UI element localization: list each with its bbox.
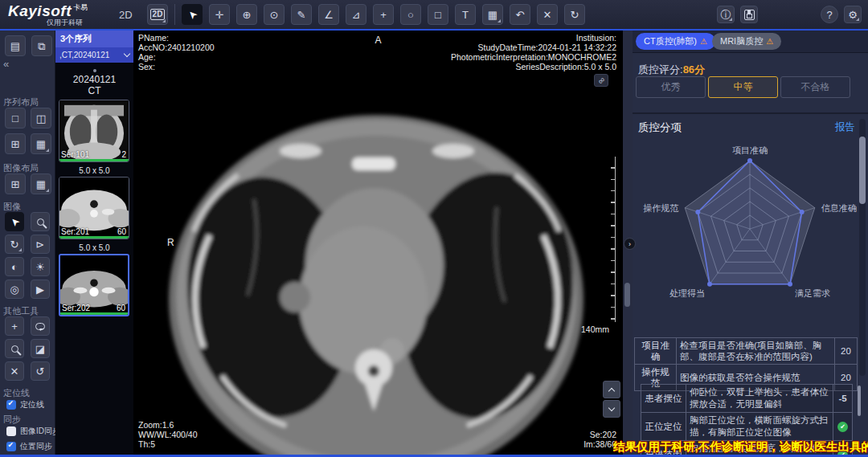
undo-button[interactable]: ↶ — [510, 4, 530, 25]
rect-roi-button[interactable]: □ — [428, 4, 448, 25]
next-slice-button[interactable] — [603, 400, 620, 418]
expand-panel-button[interactable]: › — [624, 238, 636, 250]
layout-1x1-button[interactable]: □ — [5, 108, 26, 129]
collapse-sidebar-button[interactable]: « — [3, 58, 9, 70]
comment-button[interactable] — [31, 316, 50, 336]
series-layout-tools: □◫⊞▦ — [5, 108, 51, 154]
play-button[interactable]: ▶ — [31, 280, 50, 299]
study-select-dropdown[interactable]: ,CT,20240121 — [55, 47, 133, 63]
help-button[interactable]: ? — [821, 6, 838, 23]
sync-checkbox[interactable] — [6, 442, 16, 451]
layout-2d-button[interactable]: 2D — [147, 4, 168, 25]
row-status — [833, 413, 853, 441]
brand-text: Kayisoft — [8, 2, 72, 19]
study-info-overlay: Institusion: StudyDateTime:2024-01-21 14… — [451, 33, 616, 71]
reset-icon: ↻ — [571, 10, 579, 20]
sync-row[interactable]: 位置同步 — [6, 441, 60, 452]
grade-fail-button[interactable]: 不合格 — [780, 76, 850, 98]
study-modality: CT — [55, 85, 133, 96]
ellipse-roi-button[interactable]: ○ — [400, 4, 421, 25]
sync-checkbox[interactable] — [6, 426, 16, 436]
qc-scrollbar-thumb[interactable] — [859, 137, 866, 204]
add-button[interactable]: + — [5, 316, 24, 336]
pointer-button[interactable]: ➤ — [182, 4, 203, 25]
series-thumbnail-201[interactable]: Ser:201 60 — [59, 177, 129, 239]
loupe-button[interactable] — [5, 339, 24, 358]
save-icon — [744, 10, 755, 20]
localizer-row[interactable]: 定位线 — [6, 399, 44, 410]
target-button[interactable]: ◎ — [5, 280, 24, 299]
cobb-angle-button[interactable]: ⊿ — [346, 4, 366, 25]
settings-button[interactable]: ⚙ — [844, 6, 862, 23]
layout-1x2-button[interactable]: ◫ — [31, 108, 51, 129]
rotate-flip-button[interactable]: ↻ — [5, 235, 24, 254]
info-button[interactable]: ⓘ — [717, 6, 735, 23]
tab-ct-qc[interactable]: CT质控(肺部) ⚠ — [636, 33, 715, 50]
image-layout-tools: ⊞▦ — [5, 173, 51, 194]
toolbar-separator — [174, 4, 175, 25]
table-row: 正位定位 胸部正位定位，横断面螺旋方式扫描，有胸部正位定位图像 — [641, 413, 853, 441]
other-tools-section-label: 其他工具 — [3, 305, 39, 317]
text-annotation-button[interactable]: T — [455, 4, 476, 25]
window-level-button[interactable]: ⊙ — [264, 4, 285, 25]
probe-button[interactable]: + — [373, 4, 394, 25]
comment-icon — [35, 323, 45, 330]
mode-2d-label: 2D — [119, 9, 133, 21]
save-button[interactable] — [740, 6, 758, 23]
viewer-scrollbar-thumb[interactable] — [624, 283, 630, 307]
patient-age: Age: — [138, 52, 215, 62]
invert-button[interactable]: ◐ — [5, 257, 24, 276]
invert-icon: ◐ — [11, 262, 18, 272]
link-series-button[interactable]: ∞ — [594, 74, 608, 87]
eraser-icon: ◪ — [35, 344, 45, 354]
image-layout-section-label: 图像布局 — [3, 162, 39, 174]
row-description: 胸部正位定位，横断面螺旋方式扫描，有胸部正位定位图像 — [686, 413, 833, 441]
reset-button[interactable]: ↻ — [564, 4, 585, 25]
series-thumbnail-202[interactable]: Ser:202 60 — [59, 254, 129, 316]
clipboard-panel-button[interactable]: ⧉ — [31, 35, 52, 56]
delete-button[interactable]: ✕ — [537, 4, 558, 25]
help-icon: ? — [826, 10, 832, 20]
magnify-button[interactable] — [31, 212, 50, 231]
ruler-button[interactable]: ✎ — [291, 4, 312, 25]
study-select-value: ,CT,20240121 — [59, 51, 109, 59]
img-layout-2x2-button[interactable]: ⊞ — [5, 173, 26, 194]
chevron-down-icon — [124, 51, 130, 57]
previous-slice-button[interactable] — [603, 381, 620, 398]
remove-button[interactable]: ✕ — [5, 361, 24, 381]
cine-flag-button[interactable]: ⊳ — [31, 235, 50, 254]
layout-3x3-button[interactable]: ▦ — [31, 133, 51, 154]
tab-mri-qc[interactable]: MRI脑质控 ⚠ — [712, 33, 781, 50]
study-date: 20240121 — [55, 74, 133, 85]
ct-axial-image — [133, 31, 623, 457]
report-panel-button[interactable]: ▤ — [5, 35, 26, 56]
eraser-button[interactable]: ◪ — [31, 339, 50, 358]
window-level-icon: ⊙ — [270, 10, 279, 20]
localizer-checkbox[interactable] — [6, 400, 16, 410]
image-pointer-button[interactable]: ➤ — [5, 212, 24, 231]
image-layout-button[interactable]: ▦ — [482, 4, 503, 25]
pan-button[interactable]: ✛ — [209, 4, 230, 25]
main-image-viewport[interactable]: PName: AccNO:2401210200 Age: Sex: A Inst… — [133, 31, 623, 457]
brightness-button[interactable]: ☀ — [31, 257, 50, 276]
series-thumbnail-101[interactable]: Ser:101 2 — [59, 100, 129, 162]
orientation-right-label: R — [167, 238, 174, 247]
image-index: Im:38/60 — [583, 439, 616, 449]
sync-label: 图像ID同步 — [20, 426, 60, 437]
img-layout-3x3-button[interactable]: ▦ — [31, 173, 51, 194]
panel-divider: › — [623, 31, 633, 457]
row-penalty-score: -5 — [833, 385, 853, 413]
reset-image-button[interactable]: ↺ — [31, 361, 50, 381]
target-icon: ◎ — [10, 284, 18, 295]
image-count-label: 60 — [117, 304, 125, 312]
detail-table-scrollbar-thumb[interactable] — [858, 386, 861, 416]
scale-ruler-label: 140mm — [567, 324, 609, 334]
zoom-button[interactable]: ⊕ — [236, 4, 257, 25]
sync-row[interactable]: 图像ID同步 — [6, 426, 60, 437]
localizer-section-label: 定位线 — [3, 387, 30, 399]
angle-button[interactable]: ∠ — [318, 4, 339, 25]
report-link[interactable]: 报告 — [835, 120, 855, 134]
grade-excellent-button[interactable]: 优秀 — [636, 76, 706, 98]
layout-2x2-button[interactable]: ⊞ — [5, 133, 26, 154]
grade-medium-button[interactable]: 中等 — [708, 76, 778, 98]
